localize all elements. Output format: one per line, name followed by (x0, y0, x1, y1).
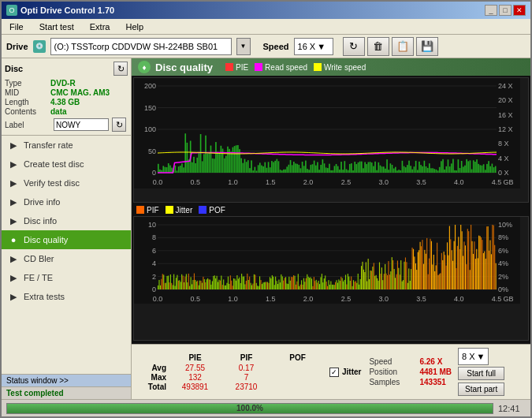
jitter-color (166, 206, 173, 214)
status-window-header[interactable]: Status window >> (2, 375, 131, 387)
disc-contents-label: Contents (5, 107, 50, 116)
disc-label-input[interactable] (54, 118, 109, 131)
title-bar-left: O Opti Drive Control 1.70 (6, 5, 114, 16)
save-button[interactable]: 💾 (416, 37, 438, 56)
verify-test-disc-label: Verify test disc (24, 178, 80, 188)
legend-pif: PIF (136, 206, 159, 215)
cd-bler-label: CD Bler (24, 254, 54, 263)
drive-select[interactable]: (O:) TSSTcorp CDDVDW SH-224BB SB01 (50, 38, 232, 55)
pif-label: PIF (147, 206, 159, 215)
speed-select[interactable]: 16 X ▼ (294, 38, 333, 55)
menu-file[interactable]: File (5, 22, 28, 32)
sidebar-item-cd-bler[interactable]: ▶ CD Bler (2, 249, 131, 268)
stats-avg-pie: 27.55 (169, 364, 221, 372)
speed-action-group: 8 X ▼ Start full Start part (458, 348, 504, 396)
sidebar-item-verify-test-disc[interactable]: ▶ Verify test disc (2, 174, 131, 192)
disc-contents-value: data (50, 107, 67, 116)
sidebar-item-extra-tests[interactable]: ▶ Extra tests (2, 287, 131, 306)
close-button[interactable]: ✕ (513, 5, 526, 16)
jitter-label: Jitter (176, 206, 193, 215)
bottom-chart-wrapper (133, 216, 529, 341)
charts-area: PIF Jitter POF (132, 76, 530, 344)
drive-icon: 💿 (33, 40, 46, 53)
stats-header: PIE PIF POF (138, 353, 323, 362)
chart-header: ♦ Disc quality PIE Read speed Write spee… (132, 58, 530, 76)
action-buttons: Start full Start part (458, 367, 504, 396)
disc-quality-label: Disc quality (24, 235, 68, 244)
stats-pie-header: PIE (169, 353, 221, 362)
jitter-checkbox[interactable]: ✓ (329, 368, 339, 377)
disc-refresh-button[interactable]: ↻ (113, 62, 128, 76)
legend-write: Write speed (314, 63, 366, 72)
menu-start-test[interactable]: Start test (35, 22, 79, 32)
right-panel: ♦ Disc quality PIE Read speed Write spee… (132, 58, 530, 399)
progress-text: 100.0% (7, 404, 493, 413)
position-row: Position 4481 MB (369, 368, 452, 376)
position-key: Position (369, 368, 416, 376)
disc-label-label: Label (5, 121, 50, 129)
stats-avg-pif: 0.17 (221, 364, 272, 372)
top-chart-wrapper (133, 77, 529, 203)
samples-val: 143351 (419, 378, 445, 386)
legend-pof: POF (199, 206, 225, 215)
verify-test-disc-icon: ▶ (8, 177, 19, 188)
extra-tests-icon: ▶ (8, 291, 19, 302)
disc-type-value: DVD-R (50, 79, 76, 88)
disc-contents-row: Contents data (5, 107, 128, 116)
menu-help[interactable]: Help (121, 22, 148, 32)
stats-total-row: Total 493891 23710 (138, 383, 323, 391)
extra-tests-label: Extra tests (24, 292, 65, 301)
copy-button[interactable]: 📋 (392, 37, 414, 56)
sidebar-item-fe-te[interactable]: ▶ FE / TE (2, 268, 131, 287)
speed-dropdown[interactable]: 8 X ▼ (458, 348, 489, 365)
disc-mid-label: MID (5, 88, 50, 97)
disc-info-icon: ▶ (8, 215, 19, 226)
drive-bar: Drive 💿 (O:) TSSTcorp CDDVDW SH-224BB SB… (2, 35, 530, 58)
toolbar-buttons: ↻ 🗑 📋 💾 (343, 37, 438, 56)
disc-panel: Disc ↻ Type DVD-R MID CMC MAG. AM3 Lengt… (2, 58, 131, 136)
disc-type-row: Type DVD-R (5, 79, 128, 88)
main-content: Disc ↻ Type DVD-R MID CMC MAG. AM3 Lengt… (2, 58, 530, 399)
stats-total-pif: 23710 (221, 383, 272, 391)
stats-table: PIE PIF POF Avg 27.55 0.17 Max 132 7 (138, 353, 323, 391)
drive-info-label: Drive info (24, 197, 60, 207)
chart-legend: PIE Read speed Write speed (225, 63, 366, 72)
refresh-button[interactable]: ↻ (343, 37, 365, 56)
minimize-button[interactable]: _ (485, 5, 497, 16)
fe-te-label: FE / TE (24, 273, 53, 282)
sidebar-item-drive-info[interactable]: ▶ Drive info (2, 192, 131, 211)
stats-avg-pof (272, 364, 323, 372)
pif-color (136, 206, 144, 214)
start-full-button[interactable]: Start full (458, 367, 504, 380)
disc-label-refresh[interactable]: ↻ (112, 118, 126, 132)
erase-button[interactable]: 🗑 (367, 37, 389, 56)
bottom-chart (134, 217, 520, 304)
speed-dropdown-arrow: ▼ (477, 352, 485, 361)
menu-bar: File Start test Extra Help (2, 19, 530, 35)
fe-te-icon: ▶ (8, 272, 19, 283)
chart-icon: ♦ (138, 61, 151, 73)
speed-val: 6.26 X (419, 357, 442, 366)
sidebar-item-disc-quality[interactable]: ● Disc quality (2, 230, 131, 249)
stats-max-pie: 132 (169, 373, 221, 382)
sidebar-item-create-test-disc[interactable]: ▶ Create test disc (2, 155, 131, 174)
disc-type-label: Type (5, 79, 50, 88)
sidebar-item-disc-info[interactable]: ▶ Disc info (2, 211, 131, 230)
start-part-button[interactable]: Start part (458, 383, 504, 396)
pof-label: POF (209, 206, 225, 215)
speed-dropdown-arrow: ▼ (317, 42, 326, 51)
stats-max-label: Max (138, 373, 169, 382)
stats-max-pif: 7 (221, 373, 272, 382)
disc-length-value: 4.38 GB (50, 98, 80, 106)
stats-total-pie: 493891 (169, 383, 221, 391)
pof-color (199, 206, 206, 214)
speed-value: 16 X (298, 42, 316, 51)
nav-items: ▶ Transfer rate ▶ Create test disc ▶ Ver… (2, 136, 131, 374)
window-title: Opti Drive Control 1.70 (20, 6, 114, 15)
maximize-button[interactable]: □ (499, 5, 512, 16)
sidebar-item-transfer-rate[interactable]: ▶ Transfer rate (2, 136, 131, 155)
drive-dropdown-button[interactable]: ▼ (236, 38, 251, 55)
main-window: O Opti Drive Control 1.70 _ □ ✕ File Sta… (0, 0, 532, 418)
status-window-label: Status window >> (6, 376, 69, 385)
menu-extra[interactable]: Extra (85, 22, 115, 32)
